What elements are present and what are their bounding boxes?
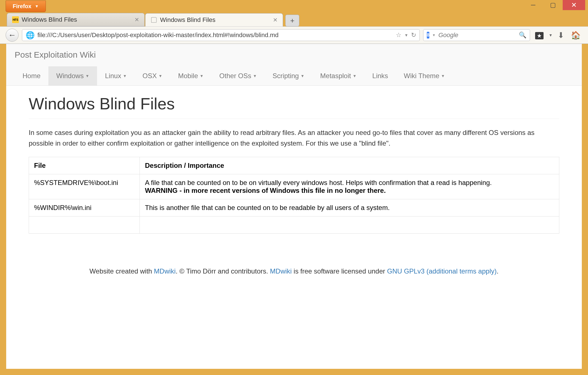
footer: Website created with MDwiki. © Timo Dörr… [29,267,559,275]
nav-item-label: OSX [142,72,157,80]
chevron-down-icon: ▼ [353,74,356,78]
col-file: File [29,157,140,174]
browser-tab-1[interactable]: Windows Blind Files ✕ [145,13,283,26]
cell-description: A file that can be counted on to be on v… [140,174,559,199]
page-heading: Windows Blind Files [29,94,559,113]
browser-tab-0[interactable]: HFS Windows Blind Files ✕ [7,13,145,26]
nav-item-other-oss[interactable]: Other OSs▼ [212,66,265,85]
download-icon[interactable]: ⬇ [556,31,566,40]
table-header-row: File Description / Importance [29,157,559,174]
chevron-down-icon: ▼ [200,74,204,78]
nav-item-label: Wiki Theme [404,72,439,80]
nav-item-label: Scripting [273,72,299,80]
nav-menu: HomeWindows▼Linux▼OSX▼Mobile▼Other OSs▼S… [15,66,573,85]
blind-files-table: File Description / Importance %SYSTEMDRI… [29,157,559,234]
home-icon[interactable]: 🏠 [569,31,582,40]
col-description: Description / Importance [140,157,559,174]
nav-item-label: Other OSs [219,72,251,80]
chevron-down-icon: ▼ [300,74,304,78]
site-title: Post Exploitation Wiki [15,50,573,60]
nav-item-osx[interactable]: OSX▼ [134,66,170,85]
chevron-down-icon: ▼ [85,74,89,78]
cell-file: %SYSTEMDRIVE%\boot.ini [29,174,140,199]
reload-icon[interactable]: ↻ [411,31,416,39]
close-button[interactable]: ✕ [563,0,585,10]
nav-item-linux[interactable]: Linux▼ [97,66,134,85]
search-icon[interactable]: 🔍 [519,31,526,39]
table-row: %WINDIR%\win.iniThis is another file tha… [29,199,559,216]
firefox-label: Firefox [13,3,32,10]
chevron-down-icon[interactable]: ▼ [432,33,436,37]
nav-item-label: Mobile [178,72,198,80]
nav-item-mobile[interactable]: Mobile▼ [170,66,212,85]
mdwiki-link-2[interactable]: MDwiki [270,267,292,275]
search-input[interactable] [438,31,516,39]
cell-file: %WINDIR%\win.ini [29,199,140,216]
firefox-menu-button[interactable]: Firefox ▼ [6,1,46,12]
chevron-down-icon[interactable]: ▼ [549,33,553,37]
nav-item-metasploit[interactable]: Metasploit▼ [312,66,364,85]
nav-item-scripting[interactable]: Scripting▼ [265,66,312,85]
chevron-down-icon[interactable]: ▼ [404,33,408,37]
star-icon[interactable]: ☆ [396,31,401,39]
intro-text: In some cases during exploitation you as… [29,127,559,149]
nav-item-label: Linux [105,72,121,80]
nav-item-windows[interactable]: Windows▼ [48,66,97,85]
nav-item-home[interactable]: Home [15,66,48,85]
tab-title: Windows Blind Files [22,16,77,23]
chevron-down-icon: ▼ [123,74,127,78]
nav-item-label: Links [372,72,388,80]
page-icon [151,17,157,23]
google-icon: 8 [427,32,429,39]
close-icon[interactable]: ✕ [134,16,139,23]
minimize-button[interactable]: ─ [523,0,543,10]
license-link[interactable]: GNU GPLv3 (additional terms apply) [387,267,497,275]
back-button[interactable]: ← [6,29,19,42]
tab-strip: HFS Windows Blind Files ✕ Windows Blind … [0,12,588,26]
table-row [29,216,559,233]
cell-description [140,216,559,233]
url-bar[interactable]: 🌐 file:///C:/Users/user/Desktop/post-exp… [22,29,420,41]
search-bar[interactable]: 8 ▼ 🔍 [423,29,530,41]
chevron-down-icon: ▼ [35,4,39,8]
globe-icon: 🌐 [26,31,35,40]
tab-title: Windows Blind Files [160,16,216,24]
close-icon[interactable]: ✕ [273,17,278,23]
page-content: Post Exploitation Wiki HomeWindows▼Linux… [3,44,585,372]
hfs-icon: HFS [12,16,19,23]
nav-item-label: Windows [56,72,84,80]
nav-item-label: Home [23,72,41,80]
url-text: file:///C:/Users/user/Desktop/post-explo… [37,31,393,39]
table-row: %SYSTEMDRIVE%\boot.iniA file that can be… [29,174,559,199]
new-tab-button[interactable]: + [285,15,299,26]
cell-description: This is another file that can be counted… [140,199,559,216]
divider [29,119,559,119]
maximize-button[interactable]: ▢ [543,0,563,10]
nav-item-label: Metasploit [320,72,351,80]
chevron-down-icon: ▼ [441,74,445,78]
nav-item-links[interactable]: Links [364,66,396,85]
chevron-down-icon: ▼ [253,74,257,78]
bookmark-icon[interactable]: ★ [533,31,545,40]
cell-file [29,216,140,233]
nav-item-wiki-theme[interactable]: Wiki Theme▼ [396,66,453,85]
nav-toolbar: ← 🌐 file:///C:/Users/user/Desktop/post-e… [0,26,588,44]
mdwiki-link[interactable]: MDwiki [154,267,176,275]
chevron-down-icon: ▼ [158,74,162,78]
